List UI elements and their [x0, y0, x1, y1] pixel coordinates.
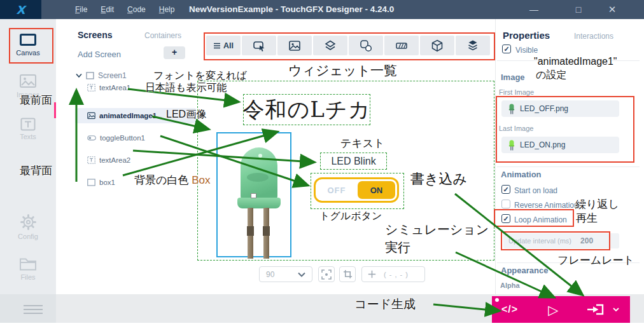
led-flange — [237, 198, 281, 208]
animatedimage1-widget[interactable] — [216, 132, 291, 257]
sidebar-item-files[interactable]: Files — [0, 257, 56, 281]
last-image-field[interactable]: LED_ON.png — [501, 137, 619, 153]
gear-icon — [20, 214, 37, 231]
tree-node-label: box1 — [99, 179, 115, 186]
start-on-load-checkbox[interactable]: ✓ — [501, 185, 510, 194]
shapes-icon — [360, 39, 372, 52]
tree-node-animatedimage1[interactable]: animatedImage1 — [87, 112, 157, 119]
list-icon — [213, 42, 221, 50]
tab-screens[interactable]: Screens — [78, 30, 112, 40]
tab-containers[interactable]: Containers — [144, 31, 181, 40]
led-leg-band — [247, 226, 254, 236]
progress-bar-icon — [395, 39, 408, 52]
visible-checkbox[interactable]: ✓ — [502, 44, 511, 53]
add-screen-button[interactable]: + — [164, 46, 185, 59]
zoom-select[interactable]: 90 — [259, 266, 312, 282]
generate-code-button[interactable]: </> — [501, 304, 518, 315]
textarea2-text: LED Blink — [331, 156, 375, 167]
sidebar-item-canvas[interactable]: Canvas — [0, 34, 56, 57]
tree-node-label: textArea2 — [99, 156, 130, 164]
title-bar: X File Edit Code Help NewVersionExample … — [0, 0, 644, 19]
menu-help[interactable]: Help — [159, 5, 175, 14]
zoom-level-value: 90 — [266, 270, 274, 279]
first-image-field[interactable]: LED_OFF.png — [501, 100, 619, 117]
start-on-load-label: Start on load — [514, 186, 557, 195]
widget-category-buttons-button[interactable] — [242, 36, 276, 55]
sidebar-item-texts[interactable]: Texts — [0, 118, 56, 140]
tree-node-textarea2[interactable]: textArea2 — [87, 156, 130, 164]
widget-category-3d-button[interactable] — [420, 36, 454, 55]
togglebutton1-widget[interactable]: OFF ON — [314, 177, 399, 203]
sidebar-item-label: Texts — [0, 133, 56, 140]
touchgfx-logo: X — [0, 0, 41, 19]
tree-node-label: toggleButton1 — [100, 134, 145, 142]
sidebar-item-label: Config — [0, 233, 56, 240]
hamburger-icon[interactable] — [24, 305, 43, 314]
menu-file[interactable]: File — [75, 5, 87, 14]
widget-category-shapes-button[interactable] — [349, 36, 383, 55]
led-on-thumbnail — [508, 140, 515, 151]
appearance-section-header: Appearance — [501, 266, 548, 275]
sidebar-item-images[interactable]: Images — [0, 74, 56, 99]
loop-animation-checkbox[interactable]: ✓ — [501, 214, 510, 223]
sidebar-item-config[interactable]: Config — [0, 214, 56, 240]
reverse-animation-checkbox[interactable] — [501, 200, 510, 208]
touchgfx-designer-window: X File Edit Code Help NewVersionExample … — [0, 0, 644, 333]
tree-node-box1[interactable]: box1 — [87, 179, 115, 186]
run-simulator-button[interactable]: ▷ — [548, 303, 558, 316]
divider — [497, 262, 640, 263]
tab-properties[interactable]: Properties — [503, 30, 550, 41]
status-bar-left — [0, 294, 56, 323]
textarea1-widget[interactable]: 令和のLチカ — [243, 94, 370, 125]
update-interval-field[interactable]: Update interval (ms) 200 — [503, 233, 619, 248]
screen-icon — [86, 72, 94, 79]
tree-node-textarea1[interactable]: textArea1 — [87, 84, 130, 92]
visible-label: Visible — [515, 46, 538, 55]
menu-edit[interactable]: Edit — [101, 5, 114, 14]
add-screen-label: Add Screen — [78, 50, 121, 59]
coords-value: ( - , - ) — [384, 271, 409, 278]
last-image-label: Last Image — [499, 125, 533, 132]
textarea2-widget[interactable]: LED Blink — [320, 153, 387, 170]
widget-category-images-button[interactable] — [277, 36, 312, 55]
toggle-on-label: ON — [358, 181, 395, 199]
led-inner-shadow — [247, 173, 269, 182]
animated-image-widget-icon — [87, 112, 95, 119]
annotation-widget-list: ウィジェット一覧 — [288, 62, 397, 79]
cube-icon — [431, 39, 444, 52]
minimize-button[interactable]: — — [523, 0, 545, 19]
widget-category-misc-button[interactable] — [456, 36, 490, 55]
widget-category-containers-button[interactable] — [313, 36, 347, 55]
chevron-down-icon — [76, 73, 82, 78]
tree-node-screen1[interactable]: Screen1 — [76, 71, 127, 80]
tab-interactions[interactable]: Interactions — [574, 32, 613, 41]
tree-node-togglebutton1[interactable]: toggleButton1 — [87, 134, 145, 142]
layers-icon — [324, 39, 337, 52]
led-off-thumbnail — [508, 104, 515, 114]
tree-node-label: animatedImage1 — [99, 112, 157, 119]
first-image-label: First Image — [499, 88, 534, 96]
tree-node-label: textArea1 — [99, 84, 130, 92]
close-button[interactable]: ✕ — [601, 0, 623, 19]
widget-category-progress-button[interactable] — [384, 36, 419, 55]
menu-code[interactable]: Code — [127, 5, 146, 14]
alpha-label: Alpha — [500, 282, 520, 289]
chevron-down-icon — [298, 272, 305, 277]
widget-filter-all-button[interactable]: All — [206, 36, 241, 55]
fit-screen-button[interactable] — [318, 266, 335, 282]
sidebar-item-label: Canvas — [0, 49, 56, 57]
maximize-button[interactable]: □ — [568, 0, 589, 19]
stacked-layers-icon — [466, 39, 479, 52]
image-widget-icon — [288, 39, 301, 52]
led-highlight — [258, 154, 262, 158]
run-target-button[interactable] — [585, 303, 606, 316]
menu-bar: File Edit Code Help — [75, 0, 174, 19]
selection-handle[interactable] — [251, 193, 256, 198]
texts-icon — [20, 118, 36, 131]
cursor-position-display: ( - , - ) — [361, 266, 425, 282]
crop-button[interactable] — [339, 266, 356, 282]
chevron-down-icon[interactable] — [613, 308, 619, 312]
animation-section-header: Animation — [501, 170, 542, 179]
reverse-animation-label: Reverse Animation — [514, 201, 578, 210]
images-icon — [19, 74, 37, 89]
